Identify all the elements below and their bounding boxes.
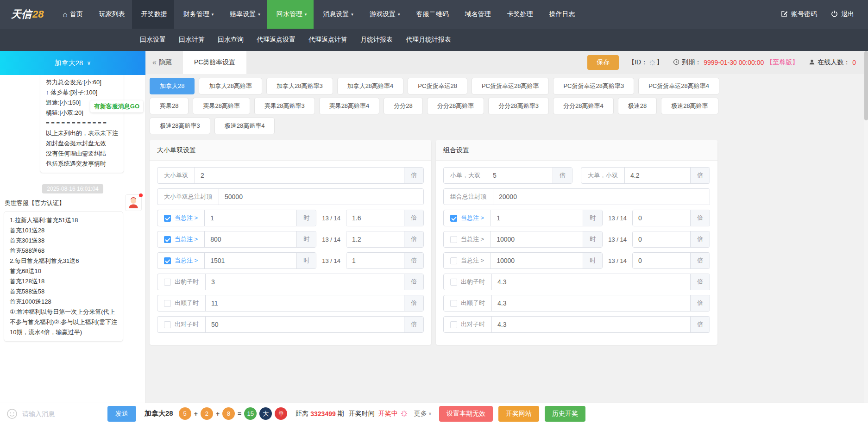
row-checkbox[interactable]: [164, 321, 171, 328]
row-checkbox[interactable]: [164, 236, 171, 243]
top-nav-item[interactable]: 卡奖处理: [497, 0, 540, 29]
threshold-input[interactable]: [205, 253, 296, 268]
sub-nav-item[interactable]: 代理返点设置: [250, 36, 302, 44]
top-nav-item[interactable]: 开奖数据: [132, 0, 174, 29]
top-nav-item[interactable]: 域名管理: [455, 0, 497, 29]
row-checkbox[interactable]: [164, 279, 171, 286]
threshold-label: 当总注 >: [461, 256, 484, 265]
combo-odds-input[interactable]: [625, 168, 690, 183]
logout-button[interactable]: 退出: [831, 10, 854, 19]
top-nav-item[interactable]: 回水管理 ▾: [267, 0, 314, 29]
special-rate-input[interactable]: [492, 317, 690, 332]
cap-input[interactable]: [219, 189, 423, 205]
clock-icon: [673, 59, 679, 67]
special-rate-input[interactable]: [206, 317, 404, 332]
special-rate-input[interactable]: [492, 274, 690, 290]
game-tab[interactable]: 加拿大28高赔率: [199, 78, 262, 94]
send-button[interactable]: 发送: [107, 406, 136, 422]
top-nav-item[interactable]: 赔率设置 ▾: [220, 0, 267, 29]
sub-nav-item[interactable]: 回水设置: [133, 36, 172, 44]
game-tab[interactable]: PC蛋蛋幸运28: [408, 78, 467, 94]
sub-nav-item[interactable]: 回水计算: [172, 36, 211, 44]
sub-nav-item[interactable]: 回水查询: [211, 36, 250, 44]
rate-input[interactable]: [633, 253, 690, 268]
game-tab[interactable]: 宾果28高赔率: [193, 98, 250, 114]
nav-item-label: 首页: [70, 10, 83, 19]
top-nav-item[interactable]: 玩家列表: [90, 0, 132, 29]
cap-input[interactable]: [493, 189, 710, 205]
chat-message-list[interactable]: 努力总会发光:[小:60]↑ 落彡幕:[对子:100]迴途:[小:150]橘猫:…: [0, 75, 145, 403]
logo-number: 28: [32, 8, 44, 20]
game-tab[interactable]: PC蛋蛋幸运28高赔率3: [553, 78, 634, 94]
top-nav-item[interactable]: 首页: [56, 0, 89, 29]
rate-input[interactable]: [346, 210, 404, 226]
game-tab[interactable]: 极速28: [618, 98, 657, 114]
message-input[interactable]: [22, 410, 105, 418]
row-checkbox[interactable]: [450, 215, 457, 222]
hide-sidebar-button[interactable]: « 隐藏: [152, 58, 172, 67]
action-button[interactable]: 设置本期无效: [439, 406, 493, 422]
special-rate-input[interactable]: [492, 295, 690, 311]
scrollbar[interactable]: [864, 51, 868, 403]
threshold-input[interactable]: [491, 253, 583, 268]
rate-input[interactable]: [346, 231, 404, 247]
game-tab[interactable]: 分分28高赔率4: [553, 98, 614, 114]
room-selector[interactable]: 加拿大28 ∨: [0, 51, 145, 75]
game-tab[interactable]: 宾果28高赔率3: [254, 98, 315, 114]
game-tab[interactable]: 分分28: [384, 98, 422, 114]
row-checkbox[interactable]: [164, 300, 171, 307]
special-rate-input[interactable]: [206, 274, 404, 290]
sub-nav-item[interactable]: 代理月统计报表: [399, 36, 458, 44]
top-nav-item[interactable]: 游戏设置 ▾: [360, 0, 407, 29]
game-tab[interactable]: 极速28高赔率4: [214, 118, 275, 134]
app-logo[interactable]: 天信 28: [0, 0, 56, 29]
combo-odds-input[interactable]: [487, 168, 553, 183]
threshold-label: 当总注 >: [175, 256, 198, 265]
customer-service-avatar[interactable]: [125, 194, 142, 211]
row-checkbox[interactable]: [450, 279, 457, 286]
game-tab[interactable]: 宾果28高赔率4: [319, 98, 380, 114]
row-checkbox[interactable]: [450, 236, 457, 243]
chevron-down-icon: ∨: [428, 411, 432, 416]
row-checkbox[interactable]: [164, 257, 171, 264]
top-nav-item[interactable]: 财务管理 ▾: [174, 0, 221, 29]
game-tab[interactable]: 分分28高赔率3: [488, 98, 549, 114]
rate-input[interactable]: [633, 210, 690, 226]
save-button[interactable]: 保存: [587, 55, 619, 70]
threshold-input[interactable]: [491, 231, 583, 247]
row-checkbox[interactable]: [164, 215, 171, 222]
threshold-input[interactable]: [205, 231, 296, 247]
game-tab[interactable]: 极速28高赔率3: [150, 118, 210, 134]
row-checkbox[interactable]: [450, 321, 457, 328]
odds-input[interactable]: [195, 168, 404, 183]
scrollbar-thumb[interactable]: [864, 51, 868, 120]
special-rate-input[interactable]: [206, 295, 404, 311]
field-label: 组合总注封顶: [444, 189, 493, 205]
game-tab[interactable]: 分分28高赔率: [427, 98, 484, 114]
sub-nav-item[interactable]: 代理返点计算: [302, 36, 354, 44]
game-tab[interactable]: 宾果28: [150, 98, 189, 114]
game-tab[interactable]: 加拿大28: [150, 78, 195, 94]
game-tab[interactable]: PC蛋蛋幸运28高赔率4: [638, 78, 719, 94]
threshold-input[interactable]: [205, 210, 296, 226]
rate-input[interactable]: [346, 253, 404, 268]
sub-nav-item[interactable]: 月统计报表: [354, 36, 399, 44]
row-checkbox[interactable]: [450, 257, 457, 264]
top-nav-item[interactable]: 客服二维码: [407, 0, 455, 29]
top-nav-item[interactable]: 操作日志: [540, 0, 582, 29]
new-message-tooltip[interactable]: 有新客服消息GO: [90, 100, 143, 112]
game-tab[interactable]: 极速28高赔率: [661, 98, 718, 114]
rate-input[interactable]: [633, 231, 690, 247]
game-tab[interactable]: 加拿大28高赔率3: [266, 78, 333, 94]
game-tab[interactable]: PC蛋蛋幸运28高赔率: [472, 78, 549, 94]
emoji-icon[interactable]: [6, 408, 18, 419]
top-nav-item[interactable]: 消息设置 ▾: [314, 0, 360, 29]
action-button[interactable]: 开奖网站: [498, 406, 539, 422]
row-checkbox[interactable]: [450, 300, 457, 307]
account-password-button[interactable]: 账号密码: [781, 10, 817, 19]
game-tab[interactable]: 加拿大28高赔率4: [337, 78, 404, 94]
page-tab[interactable]: PC类赔率设置: [183, 51, 246, 74]
more-toggle[interactable]: 更多 ∨: [414, 410, 432, 418]
action-button[interactable]: 历史开奖: [545, 406, 585, 422]
threshold-input[interactable]: [491, 210, 583, 226]
